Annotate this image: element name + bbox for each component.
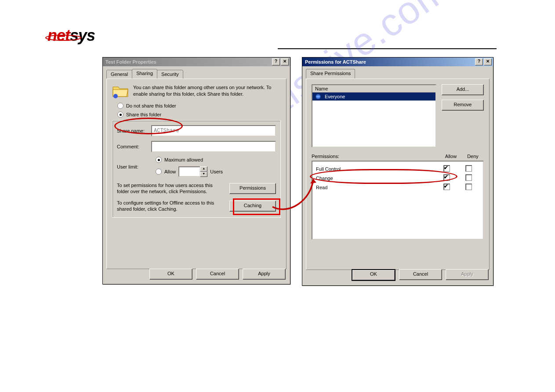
svg-point-1 [113,94,118,98]
radio-label: Share this folder [126,112,161,117]
user-limit-label: User limit: [117,164,151,169]
perm-row-change: Change [316,173,479,183]
principals-list[interactable]: Name Everyone [312,84,436,147]
tabstrip: Share Permissions [302,66,493,79]
name-column-header[interactable]: Name [312,85,435,93]
help-button[interactable]: ? [272,58,280,65]
share-name-input[interactable] [151,125,276,137]
allow-full-checkbox[interactable] [443,165,450,172]
tab-security[interactable]: Security [157,70,183,79]
principal-label: Everyone [325,94,345,99]
help-button[interactable]: ? [475,58,483,65]
perm-name: Read [316,185,435,190]
close-button[interactable]: ✕ [484,58,492,65]
permissions-dialog: Permissions for ACTShare ? ✕ Share Permi… [302,57,493,286]
tabstrip: General Sharing Security [103,66,290,79]
spin-up-icon[interactable]: ▲ [200,166,207,172]
principal-everyone[interactable]: Everyone [312,93,435,101]
close-button[interactable]: ✕ [281,58,289,65]
cancel-button[interactable]: Cancel [399,269,442,280]
perm-row-full-control: Full Control [316,164,479,173]
perm-name: Change [316,176,435,181]
folder-properties-dialog: Test Folder Properties ? ✕ General Shari… [102,57,290,284]
radio-allow-users[interactable]: Allow ▲ ▼ Users [156,166,276,177]
comment-input[interactable] [151,141,276,152]
deny-read-checkbox[interactable] [465,183,472,190]
perm-row-read: Read [316,183,479,192]
radio-share-this-folder[interactable]: Share this folder [117,111,281,118]
titlebar[interactable]: Test Folder Properties ? ✕ [103,58,290,66]
tab-general[interactable]: General [106,70,132,79]
titlebar[interactable]: Permissions for ACTShare ? ✕ [302,58,493,66]
deny-change-checkbox[interactable] [465,174,472,181]
radio-label: Do not share this folder [126,103,176,108]
logo-net: net [47,26,70,44]
share-name-label: Share name: [117,128,151,133]
permissions-button[interactable]: Permissions [229,183,276,194]
allow-read-checkbox[interactable] [443,183,450,190]
permissions-list: Full Control Change Read [312,161,484,240]
user-count-spinner[interactable]: ▲ ▼ [178,166,207,177]
logo-sys: sys [70,26,95,44]
apply-button[interactable]: Apply [446,269,489,280]
allow-column-header: Allow [440,154,462,159]
radio-icon [117,111,123,118]
deny-column-header: Deny [462,154,484,159]
titlebar-text: Test Folder Properties [104,59,272,65]
radio-max-allowed[interactable]: Maximum allowed [156,157,276,163]
radio-icon [156,169,162,175]
apply-button[interactable]: Apply [243,269,286,280]
cancel-button[interactable]: Cancel [196,269,239,280]
ok-button[interactable]: OK [149,269,192,280]
dialog-buttons: OK Cancel Apply [352,269,489,281]
perm-name: Full Control [316,166,435,172]
titlebar-text: Permissions for ACTShare [304,59,475,65]
dialog-buttons: OK Cancel Apply [149,269,286,280]
radio-label: Allow [164,169,176,174]
caching-text: To configure settings for Offline access… [117,200,226,212]
add-button[interactable]: Add... [442,84,484,95]
radio-do-not-share[interactable]: Do not share this folder [117,103,281,109]
allow-change-checkbox[interactable] [443,174,450,181]
header-divider [278,48,497,49]
sharing-panel: You can share this folder among other us… [106,79,287,269]
comment-label: Comment: [117,144,151,149]
caching-button[interactable]: Caching [229,201,276,212]
spin-down-icon[interactable]: ▼ [200,172,207,177]
permissions-text: To set permissions for how users access … [117,182,226,194]
radio-icon [117,103,123,109]
share-settings-group: Share name: Comment: User limit: Maximum… [112,120,281,218]
users-suffix: Users [210,169,223,174]
remove-button[interactable]: Remove [442,100,484,111]
radio-icon [156,157,162,163]
intro-text: You can share this folder among other us… [133,84,281,98]
radio-label: Maximum allowed [164,157,203,162]
deny-full-checkbox[interactable] [465,165,472,172]
globe-icon [315,94,322,100]
permissions-label: Permissions: [312,154,440,159]
tab-share-permissions[interactable]: Share Permissions [306,69,355,79]
share-permissions-panel: Name Everyone Add... Remove Permissions:… [306,79,490,270]
ok-button[interactable]: OK [352,269,395,281]
tab-sharing[interactable]: Sharing [132,69,157,79]
shared-folder-icon [112,84,129,98]
netsys-logo: netsys [47,26,95,45]
